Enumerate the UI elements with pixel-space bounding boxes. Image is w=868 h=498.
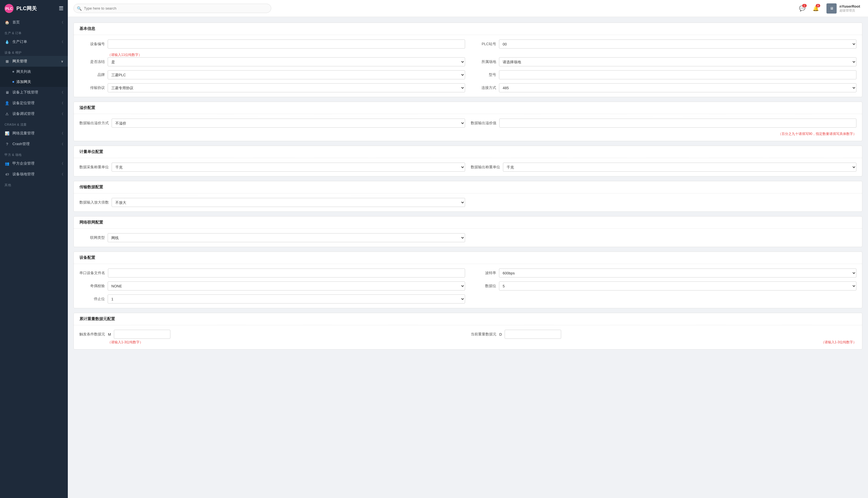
label-device-number: 设备编号 — [79, 41, 105, 47]
label-is-frozen: 是否冻结 — [79, 59, 105, 64]
sidebar-item-device-debug[interactable]: ⚠ 设备调试管理 〈 — [0, 108, 68, 119]
input-device-number[interactable] — [108, 40, 465, 49]
sidebar-label-home: 首页 — [12, 20, 20, 25]
section-header-cumulative-config: 累计重量数据元配置 — [74, 313, 862, 325]
section-body-basic-info: 设备编号PLC站号000102（请输入11位纯数字）是否冻结是否所属场地请选择场… — [74, 35, 862, 97]
dot-icon — [12, 71, 14, 73]
sidebar-item-gateway-mgmt[interactable]: ⊞ 网关管理 ∨ — [0, 56, 68, 67]
weight-label: 当前重量数据元 — [471, 332, 496, 337]
form-section-unit-config: 计量单位配置数据采集称重单位千克克吨数据输出称重单位千克克吨 — [74, 146, 862, 176]
select-site[interactable]: 请选择场地 — [499, 57, 856, 66]
select-network-type[interactable]: 网线WiFi4G — [108, 233, 465, 242]
main-area: 🔍 💬 1 🔔 8 🖥 nYuserRoot 超级管理员 基本信息设备编号PLC — [68, 0, 868, 498]
label-overflow-method: 数据输出溢价方式 — [79, 120, 109, 126]
sidebar-item-site-mgmt[interactable]: 🏷 设备场地管理 〈 — [0, 169, 68, 180]
sidebar-sub-item-gateway-list[interactable]: 网关列表 — [0, 67, 68, 77]
chevron-icon: 〈 — [60, 112, 63, 116]
select-amplify[interactable]: 不放大10倍100倍 — [112, 198, 465, 207]
section-body-network-config: 联网类型网线WiFi4G — [74, 229, 862, 247]
form-group-model: 型号 — [471, 70, 856, 79]
sidebar-item-crash-mgmt[interactable]: ? Crash管理 〈 — [0, 139, 68, 149]
section-header-overflow-config: 溢价配置 — [74, 102, 862, 114]
form-group-brand: 品牌三菱PLC西门子PLC — [79, 70, 465, 79]
form-group-weight: 当前重量数据元 D — [471, 330, 856, 339]
label-overflow-value: 数据输出溢价值 — [471, 120, 496, 126]
header: 🔍 💬 1 🔔 8 🖥 nYuserRoot 超级管理员 — [68, 0, 868, 17]
search-input[interactable] — [74, 4, 271, 13]
sidebar-logo: PLC PLC网关 ☰ — [0, 0, 68, 17]
label-network-type: 联网类型 — [79, 235, 105, 240]
sidebar-item-network-flow[interactable]: 📊 网络流量管理 〈 — [0, 128, 68, 139]
sidebar-item-home[interactable]: 🏠 首页 〈 — [0, 17, 68, 28]
label-protocol: 传输协议 — [79, 85, 105, 90]
sub-label-gateway-list: 网关列表 — [16, 69, 31, 74]
section-body-cumulative-config: 触发条件数据元 M 当前重量数据元 D （请输入1-3位纯数字） （请输入1-3… — [74, 325, 862, 349]
form-group-plc-station: PLC站号000102 — [471, 40, 856, 49]
hint-right: （百分之九十请填写90，指定数量请填写具体数字） — [79, 132, 856, 136]
form-group-connection: 连接方式485232TCP — [471, 83, 856, 92]
select-plc-station[interactable]: 000102 — [499, 40, 856, 49]
sidebar-item-device-online[interactable]: 🖥 设备上下线管理 〈 — [0, 87, 68, 98]
bell-badge: 8 — [816, 4, 820, 7]
network-flow-icon: 📊 — [4, 131, 10, 135]
select-data-bits[interactable]: 5678 — [499, 281, 856, 290]
device-debug-icon: ⚠ — [4, 112, 10, 116]
label-parity: 奇偶校验 — [79, 284, 105, 289]
section-header-network-config: 网络联网配置 — [74, 217, 862, 229]
trigger-hint: （请输入1-3位纯数字） — [108, 340, 143, 344]
form-group-network-type: 联网类型网线WiFi4G — [79, 233, 465, 242]
form-section-cumulative-config: 累计重量数据元配置 触发条件数据元 M 当前重量数据元 D （请输入1-3位纯数… — [74, 313, 862, 350]
sidebar-item-production-order[interactable]: 💧 生产订单 〈 — [0, 36, 68, 47]
input-overflow-value[interactable] — [499, 119, 856, 128]
header-icons: 💬 1 🔔 8 🖥 nYuserRoot 超级管理员 — [797, 2, 862, 15]
input-serial-filename[interactable] — [108, 268, 465, 277]
section-body-device-config: 串口设备文件名波特率600bps1200bps2400bps4800bps960… — [74, 264, 862, 308]
weight-hint: （请输入1-3位纯数字） — [821, 340, 856, 344]
form-group-stop-bits: 停止位12 — [79, 294, 465, 303]
select-overflow-method[interactable]: 不溢价百分比指定数量 — [112, 119, 465, 128]
avatar: 🖥 — [827, 3, 837, 14]
form-group-amplify: 数据输入放大倍数不放大10倍100倍 — [79, 198, 465, 207]
user-area[interactable]: 🖥 nYuserRoot 超级管理员 — [824, 2, 862, 15]
select-collect-unit[interactable]: 千克克吨 — [112, 162, 465, 172]
select-is-frozen[interactable]: 是否 — [108, 57, 465, 66]
input-model[interactable] — [499, 70, 856, 79]
sidebar-label-party-mgmt: 甲方企业管理 — [12, 161, 35, 166]
trigger-input[interactable] — [114, 330, 170, 339]
form-group-trigger: 触发条件数据元 M — [79, 330, 465, 339]
select-stop-bits[interactable]: 12 — [108, 294, 465, 303]
crash-mgmt-icon: ? — [4, 142, 10, 146]
label-baud-rate: 波特率 — [471, 271, 496, 276]
message-button[interactable]: 💬 1 — [797, 3, 807, 14]
sidebar-sub-item-add-gateway[interactable]: 添加网关 — [0, 77, 68, 87]
select-connection[interactable]: 485232TCP — [499, 83, 856, 92]
form-group-parity: 奇偶校验NONEODDEVEN — [79, 281, 465, 290]
select-protocol[interactable]: 三菱专用协议 — [108, 83, 465, 92]
weight-input[interactable] — [505, 330, 561, 339]
site-mgmt-icon: 🏷 — [4, 172, 10, 176]
select-baud-rate[interactable]: 600bps1200bps2400bps4800bps9600bps — [499, 268, 856, 277]
form-section-device-config: 设备配置串口设备文件名波特率600bps1200bps2400bps4800bp… — [74, 251, 862, 308]
chevron-icon: 〈 — [60, 161, 63, 166]
section-header-basic-info: 基本信息 — [74, 23, 862, 35]
form-group-device-number: 设备编号 — [79, 40, 465, 49]
sidebar-item-party-mgmt[interactable]: 👥 甲方企业管理 〈 — [0, 158, 68, 169]
sidebar-sub-gateway-mgmt: 网关列表 添加网关 — [0, 67, 68, 87]
gateway-mgmt-icon: ⊞ — [4, 59, 10, 64]
label-serial-filename: 串口设备文件名 — [79, 271, 105, 276]
select-parity[interactable]: NONEODDEVEN — [108, 281, 465, 290]
select-output-unit[interactable]: 千克克吨 — [503, 162, 856, 172]
sidebar-item-device-locate[interactable]: 👤 设备定位管理 〈 — [0, 98, 68, 108]
chevron-icon: 〈 — [60, 20, 63, 25]
chevron-icon: 〈 — [60, 40, 63, 44]
sidebar-label-production-order: 生产订单 — [12, 39, 27, 44]
sidebar-label-network-flow: 网络流量管理 — [12, 131, 35, 136]
sidebar: PLC PLC网关 ☰ 🏠 首页 〈 生产 & 订单 💧 生产订单 〈 设备 &… — [0, 0, 68, 498]
sidebar-label-crash-mgmt: Crash管理 — [12, 142, 30, 146]
menu-toggle-icon[interactable]: ☰ — [59, 5, 63, 12]
form-section-transfer-config: 传输数据配置数据输入放大倍数不放大10倍100倍 — [74, 181, 862, 212]
section-header-unit-config: 计量单位配置 — [74, 146, 862, 158]
select-brand[interactable]: 三菱PLC西门子PLC — [108, 70, 465, 79]
chevron-icon: 〈 — [60, 172, 63, 176]
bell-button[interactable]: 🔔 8 — [810, 3, 821, 14]
